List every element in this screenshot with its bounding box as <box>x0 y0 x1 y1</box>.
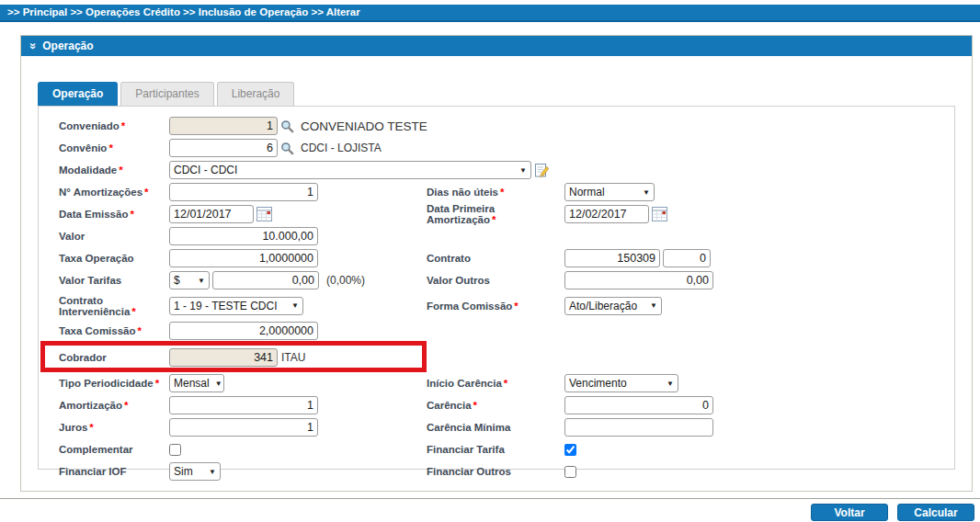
row-convenio: Convênio* CDCI - LOJISTA <box>59 137 947 159</box>
edit-note-icon[interactable] <box>534 163 550 178</box>
juros-input[interactable] <box>169 418 318 437</box>
dropdown-arrow-icon: ▼ <box>519 166 527 175</box>
required-marker: * <box>119 165 122 176</box>
panel-title: Operação <box>42 36 93 56</box>
voltar-button[interactable]: Voltar <box>811 504 888 521</box>
cobrador-label: Cobrador <box>59 352 169 363</box>
financiar-tarifa-label: Financiar Tarifa <box>427 444 564 455</box>
tipo-periodicidade-label: Tipo Periodicidade* <box>59 378 169 389</box>
panel-header[interactable]: » Operação <box>21 36 972 56</box>
carencia-minima-input[interactable] <box>564 418 713 437</box>
required-marker: * <box>492 214 496 225</box>
required-marker: * <box>504 378 507 389</box>
tab-participantes[interactable]: Participantes <box>120 82 213 106</box>
required-marker: * <box>500 187 504 198</box>
financiar-iof-select[interactable]: Sim ▼ <box>169 462 221 481</box>
taxa-comissao-label: Taxa Comissão* <box>59 325 169 336</box>
required-marker: * <box>89 422 93 433</box>
required-marker: * <box>514 301 518 312</box>
row-modalidade: Modalidade* CDCI - CDCI ▼ <box>59 159 947 181</box>
required-marker: * <box>473 400 477 411</box>
forma-comissao-label: Forma Comissão* <box>427 301 564 312</box>
dias-nao-uteis-label: Dias não úteis* <box>427 187 564 198</box>
dropdown-arrow-icon: ▼ <box>650 301 657 310</box>
data-emissao-label: Data Emissão* <box>59 209 169 220</box>
convenio-label: Convênio* <box>59 142 169 153</box>
required-marker: * <box>124 400 128 411</box>
financiar-tarifa-checkbox[interactable] <box>564 444 576 456</box>
row-juros-carencia-minima: Juros* Carência Mínima <box>59 416 947 438</box>
footer-divider <box>0 498 980 499</box>
row-iof-outros: Financiar IOF Sim ▼ Financiar Outros <box>59 460 947 482</box>
num-amortizacoes-input[interactable] <box>169 183 318 201</box>
taxa-operacao-input[interactable] <box>169 249 318 267</box>
amortizacao-input[interactable] <box>169 396 318 414</box>
search-icon[interactable] <box>280 142 294 155</box>
required-marker: * <box>144 187 148 198</box>
valor-outros-input[interactable] <box>564 271 713 289</box>
data-emissao-input[interactable] <box>169 205 254 223</box>
conveniado-input <box>169 117 278 135</box>
row-cobrador: Cobrador ITAU <box>59 342 947 372</box>
required-marker: * <box>130 209 133 220</box>
inicio-carencia-select[interactable]: Vencimento ▼ <box>564 374 678 392</box>
convenio-description: CDCI - LOJISTA <box>301 142 382 154</box>
row-complementar-tarifa: Complementar Financiar Tarifa <box>59 438 947 460</box>
financiar-outros-checkbox[interactable] <box>564 466 576 478</box>
complementar-checkbox[interactable] <box>169 444 181 456</box>
row-amortizacoes-dias: N° Amortizações* Dias não úteis* Normal … <box>59 181 947 203</box>
tipo-periodicidade-select[interactable]: Mensal ▼ <box>169 374 224 392</box>
contrato-digit-input[interactable] <box>663 249 711 267</box>
calendar-icon[interactable] <box>256 207 272 221</box>
valor-outros-label: Valor Outros <box>427 275 564 286</box>
data-primeira-amortizacao-input[interactable] <box>564 205 649 223</box>
data-primeira-amortizacao-label: Data Primeira Amortização* <box>427 203 564 225</box>
dropdown-arrow-icon: ▼ <box>198 277 205 285</box>
search-icon[interactable] <box>280 119 294 133</box>
complementar-label: Complementar <box>59 444 169 455</box>
row-datas: Data Emissão* Data Primeira Amortização* <box>59 203 947 225</box>
collapse-chevron-icon[interactable]: » <box>23 42 43 49</box>
row-conveniado: Conveniado* CONVENIADO TESTE <box>59 115 947 137</box>
operacao-panel: » Operação Operação Participantes Libera… <box>20 35 973 492</box>
forma-comissao-select[interactable]: Ato/Liberação ▼ <box>564 297 662 315</box>
valor-tarifas-percent: (0,00%) <box>326 274 365 287</box>
conveniado-label: Conveniado* <box>59 120 169 131</box>
carencia-input[interactable] <box>564 396 713 414</box>
modalidade-select: CDCI - CDCI ▼ <box>169 161 531 179</box>
dropdown-arrow-icon: ▼ <box>667 380 674 388</box>
row-taxa-contrato: Taxa Operação Contrato <box>59 247 947 269</box>
carencia-minima-label: Carência Mínima <box>427 422 564 433</box>
valor-input[interactable] <box>169 227 318 245</box>
required-marker: * <box>138 325 142 336</box>
convenio-input[interactable] <box>169 139 278 157</box>
valor-tarifas-unit-select[interactable]: $ ▼ <box>169 271 210 289</box>
contrato-input[interactable] <box>564 249 660 267</box>
dias-nao-uteis-select[interactable]: Normal ▼ <box>564 183 655 201</box>
modalidade-label: Modalidade* <box>59 165 169 176</box>
breadcrumb[interactable]: >> Principal >> Operações Crédito >> Inc… <box>0 5 980 22</box>
calendar-icon[interactable] <box>652 207 667 221</box>
financiar-outros-label: Financiar Outros <box>427 466 564 477</box>
contrato-interveniencia-select[interactable]: 1 - 19 - TESTE CDCI ▼ <box>169 297 303 315</box>
required-marker: * <box>155 378 159 389</box>
calcular-button[interactable]: Calcular <box>897 504 974 521</box>
amortizacao-label: Amortização* <box>59 400 169 411</box>
required-marker: * <box>121 120 125 131</box>
row-periodicidade-inicio: Tipo Periodicidade* Mensal ▼ Início Carê… <box>59 372 947 394</box>
financiar-iof-label: Financiar IOF <box>59 466 169 477</box>
row-interveniencia-comissao: Contrato Interveniência* 1 - 19 - TESTE … <box>59 291 947 320</box>
valor-tarifas-label: Valor Tarifas <box>59 275 169 286</box>
dropdown-arrow-icon: ▼ <box>643 188 650 197</box>
taxa-comissao-input[interactable] <box>169 322 318 340</box>
valor-label: Valor <box>59 231 169 242</box>
juros-label: Juros* <box>59 422 169 433</box>
num-amortizacoes-label: N° Amortizações* <box>59 187 169 198</box>
row-amortizacao-carencia: Amortização* Carência* <box>59 394 947 416</box>
valor-tarifas-input[interactable] <box>212 271 319 289</box>
tab-liberacao[interactable]: Liberação <box>217 82 295 106</box>
tab-operacao[interactable]: Operação <box>38 82 118 106</box>
conveniado-description: CONVENIADO TESTE <box>301 119 427 133</box>
footer-buttons: Voltar Calcular <box>811 504 974 521</box>
contrato-label: Contrato <box>427 253 564 264</box>
